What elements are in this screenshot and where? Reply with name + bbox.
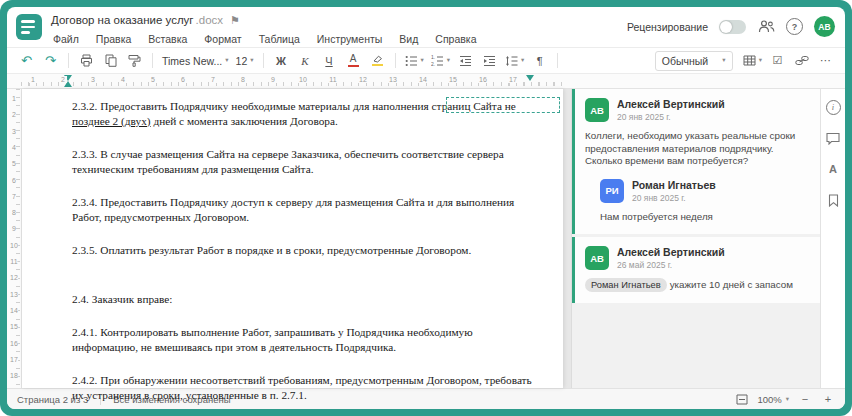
numbered-list-button[interactable]: 1.2. ▾ bbox=[428, 51, 453, 71]
ruler-v-number: 10 bbox=[10, 242, 18, 249]
help-button[interactable]: ? bbox=[786, 18, 803, 35]
menu-view[interactable]: Вид bbox=[399, 33, 418, 45]
comment-bubble-icon bbox=[826, 132, 840, 145]
document-page[interactable]: 2.3.2. Предоставить Подрядчику необходим… bbox=[22, 89, 563, 388]
comments-panel: АВ Алексей Вертинский 20 янв 2025 г. Кол… bbox=[571, 89, 820, 388]
comment-header: АВ Алексей Вертинский 26 май 2025 г. bbox=[585, 246, 810, 270]
fit-page-icon bbox=[736, 394, 748, 405]
bold-button[interactable]: Ж bbox=[270, 51, 293, 71]
comment-reply[interactable]: РИ Роман Игнатьев 20 янв 2025 г. Нам пот… bbox=[600, 179, 810, 224]
collaboration-button[interactable] bbox=[757, 18, 775, 36]
document-title-text: Договор на оказание услуг bbox=[51, 14, 194, 26]
bookmarks-button[interactable] bbox=[825, 192, 841, 208]
spellcheck-icon: А bbox=[829, 163, 837, 175]
chevron-down-icon: ▾ bbox=[421, 57, 424, 64]
underline-button[interactable]: Ч bbox=[318, 51, 341, 71]
zoom-value: 100% bbox=[757, 394, 781, 405]
paragraph[interactable]: 2.4.1. Контролировать выполнение Работ, … bbox=[72, 325, 535, 355]
format-paint-button[interactable] bbox=[123, 51, 146, 71]
document-info-button[interactable]: i bbox=[825, 99, 841, 115]
toolbar: ↶ ↷ Times New...▾ 12▾ Ж К Ч А bbox=[7, 47, 845, 74]
zoom-select[interactable]: 100%▾ bbox=[757, 394, 789, 405]
paragraph[interactable]: 2.3.4. Предоставить Подрядчику доступ к … bbox=[72, 195, 535, 225]
document-area[interactable]: 2.3.2. Предоставить Подрядчику необходим… bbox=[22, 89, 571, 388]
tracked-change-outline[interactable] bbox=[446, 97, 560, 113]
font-family-select[interactable]: Times New...▾ bbox=[159, 51, 232, 71]
undo-button[interactable]: ↶ bbox=[15, 51, 38, 71]
font-color-button[interactable]: А bbox=[342, 51, 365, 71]
toolbar-divider bbox=[152, 53, 153, 68]
toolbar-divider bbox=[263, 53, 264, 68]
chevron-down-icon: ▾ bbox=[722, 57, 725, 64]
font-size-select[interactable]: 12▾ bbox=[233, 51, 257, 71]
comment-author: Алексей Вертинский bbox=[617, 98, 725, 110]
menu-table[interactable]: Таблица bbox=[259, 33, 300, 45]
indent-decrease-icon bbox=[459, 55, 472, 67]
insert-checkbox-button[interactable]: ☑ bbox=[766, 51, 789, 71]
ruler-h-number: 16 bbox=[477, 76, 489, 83]
nonprinting-chars-button[interactable]: ¶ bbox=[528, 51, 551, 71]
insert-link-button[interactable] bbox=[790, 51, 813, 71]
comment-thread[interactable]: АВ Алексей Вертинский 20 янв 2025 г. Кол… bbox=[572, 89, 820, 234]
fit-page-button[interactable] bbox=[736, 394, 748, 405]
comment-avatar: АВ bbox=[585, 98, 609, 122]
comment-text-tail: укажите 10 дней с запасом bbox=[670, 279, 793, 290]
menu-file[interactable]: Файл bbox=[53, 33, 79, 45]
chevron-down-icon: ▾ bbox=[447, 57, 450, 64]
app-logo-icon[interactable] bbox=[16, 14, 42, 40]
line-spacing-button[interactable]: ▾ bbox=[502, 51, 527, 71]
copy-icon bbox=[105, 54, 117, 67]
italic-button[interactable]: К bbox=[294, 51, 317, 71]
insert-table-button[interactable]: ▾ bbox=[740, 51, 765, 71]
menu-insert[interactable]: Вставка bbox=[148, 33, 187, 45]
paragraph[interactable]: 2.4.2. При обнаружении несоответствий тр… bbox=[72, 373, 535, 403]
paragraph-style-select[interactable]: Обычный▾ bbox=[655, 51, 733, 71]
print-button[interactable] bbox=[75, 51, 98, 71]
paragraph[interactable]: 2.3.3. В случае размещения Сайта на серв… bbox=[72, 147, 535, 177]
ruler-v-number: 2 bbox=[12, 111, 16, 118]
ruler-h-number: 6 bbox=[179, 76, 187, 83]
ruler-v-number: 16 bbox=[10, 340, 18, 347]
font-color-letter: А bbox=[350, 54, 357, 64]
favorite-flag-icon[interactable]: ⚑ bbox=[230, 15, 240, 26]
indent-increase-button[interactable] bbox=[478, 51, 501, 71]
user-avatar[interactable]: АВ bbox=[814, 16, 835, 37]
chevron-down-icon: ▾ bbox=[521, 57, 524, 64]
paragraph-text: дней с момента заключения Договора. bbox=[151, 115, 338, 127]
mention-chip: Роман Игнатьев bbox=[585, 278, 667, 292]
paint-roller-icon bbox=[128, 54, 141, 67]
menu-edit[interactable]: Правка bbox=[96, 33, 131, 45]
zoom-in-button[interactable]: + bbox=[821, 393, 835, 405]
ruler-v-number: 3 bbox=[12, 128, 16, 135]
menu-format[interactable]: Формат bbox=[204, 33, 241, 45]
numbered-list-icon: 1.2. bbox=[431, 55, 444, 67]
chevron-down-icon: ▾ bbox=[250, 57, 253, 64]
ruler-h-number: 7 bbox=[209, 76, 217, 83]
comments-panel-button[interactable] bbox=[825, 130, 841, 146]
ruler-v-number: 15 bbox=[10, 323, 18, 330]
zoom-out-button[interactable]: − bbox=[798, 393, 812, 405]
highlight-button[interactable] bbox=[366, 51, 389, 71]
inserted-text: позднее 2 (двух) bbox=[72, 115, 151, 127]
menu-help[interactable]: Справка bbox=[435, 33, 476, 45]
more-tools-button[interactable]: ⋯ bbox=[814, 51, 837, 71]
ruler-h-number: 8 bbox=[239, 76, 247, 83]
printer-icon bbox=[80, 54, 93, 67]
right-indent-marker[interactable] bbox=[526, 75, 534, 81]
review-toggle[interactable] bbox=[719, 20, 746, 34]
indent-decrease-button[interactable] bbox=[454, 51, 477, 71]
paragraph[interactable]: 2.4. Заказчик вправе: bbox=[72, 292, 535, 307]
bullet-list-button[interactable]: ▾ bbox=[402, 51, 427, 71]
ruler-v-number: 1 bbox=[12, 95, 16, 102]
copy-button[interactable] bbox=[99, 51, 122, 71]
reply-author: Роман Игнатьев bbox=[632, 179, 716, 191]
paragraph[interactable]: 2.3.5. Оплатить результат Работ в порядк… bbox=[72, 243, 535, 258]
redo-icon: ↷ bbox=[45, 53, 56, 68]
ruler-h-number: 15 bbox=[447, 76, 459, 83]
comment-thread[interactable]: АВ Алексей Вертинский 26 май 2025 г. Ром… bbox=[572, 237, 820, 303]
info-icon: i bbox=[826, 100, 841, 115]
redo-button[interactable]: ↷ bbox=[39, 51, 62, 71]
menu-tools[interactable]: Инструменты bbox=[317, 33, 382, 45]
spellcheck-button[interactable]: А bbox=[825, 161, 841, 177]
font-color-swatch bbox=[348, 65, 359, 68]
